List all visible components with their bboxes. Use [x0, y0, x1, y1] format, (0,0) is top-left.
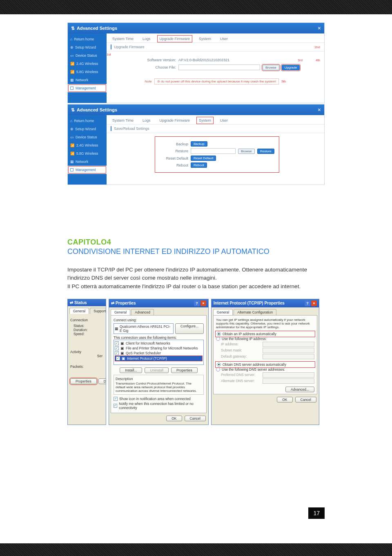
panel-system-header: ⇅ Advanced Settings ×	[68, 105, 324, 115]
radio-icon[interactable]	[217, 363, 221, 367]
panel-system-title-text: Advanced Settings	[77, 107, 117, 112]
choose-file-input[interactable]	[178, 64, 260, 70]
radio-icon[interactable]	[217, 332, 221, 336]
tcpip-icon: ▣	[122, 356, 125, 360]
props-cancel-button[interactable]: Cancel	[185, 416, 206, 421]
sidebar-item-management[interactable]: 🞎Management	[68, 166, 107, 174]
sidebar-item-status[interactable]: ▭Device Status	[68, 51, 107, 60]
restore-input[interactable]	[191, 148, 236, 154]
item-properties-button[interactable]: Properties	[171, 367, 198, 373]
close-icon[interactable]: ×	[200, 300, 206, 306]
notify-checkbox-label: Notify me when this connection has limit…	[119, 402, 204, 410]
sidebar-item-24g[interactable]: 📶2.4G Wireless	[68, 60, 107, 68]
subnet-label: Subnet mask:	[221, 348, 261, 352]
main-upgrade: System Time Logs Upgrade Firmware System…	[107, 33, 324, 103]
browse-button[interactable]: Browse	[263, 65, 279, 70]
sidebar-item-58g[interactable]: 📶5.8G Wireless	[68, 68, 107, 76]
checkbox-icon[interactable]: ✓	[115, 346, 119, 350]
xp-status-title: ⇄Status	[68, 299, 106, 306]
restore-button[interactable]: Restore	[257, 149, 274, 154]
tab-user[interactable]: User	[218, 36, 229, 42]
sidebar-item-58g[interactable]: 📶5.8G Wireless	[68, 149, 107, 158]
close-icon[interactable]: ×	[318, 107, 321, 113]
items-list[interactable]: ✓▣Client for Microsoft Networks ✓▣File a…	[114, 340, 204, 365]
help-icon[interactable]: ?	[194, 300, 200, 306]
xp-props-tab-advanced[interactable]: Advanced	[131, 309, 154, 315]
page-number: 17	[308, 507, 325, 519]
ip-cancel-button[interactable]: Cancel	[295, 397, 316, 403]
description-text: Transmission Control Protocol/Internet P…	[116, 382, 202, 393]
checkbox-icon[interactable]: ✓	[115, 351, 119, 355]
xp-status-tab-general[interactable]: General	[69, 308, 89, 314]
checkbox-icon[interactable]: ✓	[114, 404, 117, 408]
sidebar-item-return[interactable]: ⌂Return home	[68, 117, 107, 125]
annotation-2nd: 2nd	[315, 45, 320, 49]
alt-dns-input	[263, 378, 314, 384]
tab-logs[interactable]: Logs	[141, 36, 152, 42]
radio-icon[interactable]	[216, 337, 220, 341]
annotation-4th: 4th	[316, 58, 320, 62]
alt-dns-label: Alternate DNS server:	[221, 379, 261, 383]
sidebar-item-24g[interactable]: 📶2.4G Wireless	[68, 141, 107, 149]
tab-system-time[interactable]: System Time	[111, 36, 135, 42]
tab-user[interactable]: User	[218, 118, 229, 123]
note-label: Note	[145, 80, 152, 83]
uses-label: This connection uses the following items…	[114, 336, 204, 340]
checkbox-icon[interactable]: ✓	[114, 397, 118, 401]
note-row: Note ⊘ do not power off this device duri…	[111, 78, 320, 85]
description-heading: Description	[116, 377, 202, 381]
client-icon: ▣	[120, 341, 124, 345]
sidebar-item-network[interactable]: ▦Network	[68, 76, 107, 84]
sidebar-system: ⌂Return home ⊕Setup Wizard ▭Device Statu…	[68, 115, 107, 185]
sidebar-item-status[interactable]: ▭Device Status	[68, 133, 107, 141]
install-button[interactable]: Install...	[120, 367, 142, 373]
restore-browse-button[interactable]: Browse	[238, 149, 255, 154]
close-icon[interactable]: ×	[318, 25, 321, 31]
top-dark-band	[0, 0, 392, 14]
xp-status-tab-support[interactable]: Support	[90, 308, 106, 314]
show-icon-checkbox-label: Show icon in notification area when conn…	[119, 397, 191, 401]
tab-system[interactable]: System	[197, 36, 213, 42]
tab-logs[interactable]: Logs	[141, 118, 152, 123]
tab-upgrade-firmware[interactable]: Upgrade Firmware	[158, 36, 192, 42]
xp-properties-title: ⇄Properties ?×	[109, 299, 208, 307]
panel-system: ⇅ Advanced Settings × ⌂Return home ⊕Setu…	[67, 104, 325, 185]
close-icon[interactable]: ×	[311, 300, 317, 306]
configure-button[interactable]: Configure...	[175, 323, 204, 334]
wifi-icon: 📶	[70, 151, 75, 156]
reset-button[interactable]: Reset Default	[191, 156, 216, 161]
xp-props-tab-general[interactable]: General	[111, 309, 130, 315]
tab-system[interactable]: System	[197, 118, 213, 123]
checkbox-icon[interactable]: ✓	[115, 341, 119, 345]
wifi-icon: 📶	[70, 62, 75, 66]
panel-system-title: ⇅ Advanced Settings	[71, 107, 117, 113]
duration-label: Duration:	[74, 328, 103, 332]
sidebar-item-management[interactable]: 🞎Management	[68, 84, 107, 92]
gear-icon: ⊕	[70, 45, 74, 49]
annotation-3rd: 3rd	[298, 58, 303, 62]
ip-address-label: IP address:	[221, 342, 261, 346]
status-properties-button[interactable]: Properties	[70, 378, 97, 384]
sidebar-item-wizard[interactable]: ⊕Setup Wizard	[68, 125, 107, 133]
reboot-button[interactable]: Reboot	[191, 162, 207, 168]
tab-system-time[interactable]: System Time	[111, 118, 135, 123]
checkbox-icon[interactable]: ✓	[116, 356, 120, 360]
gateway-input	[263, 354, 314, 359]
backup-button[interactable]: Backup	[191, 141, 207, 147]
chapter-subtitle: CONDIVISIONE INTERNET ED INDIRIZZO IP AU…	[67, 247, 325, 256]
props-ok-button[interactable]: OK	[166, 416, 182, 421]
xp-ip-tab-general[interactable]: General	[213, 309, 233, 315]
advanced-button[interactable]: Advanced...	[285, 387, 314, 392]
tab-upgrade-firmware[interactable]: Upgrade Firmware	[158, 118, 192, 123]
choose-file-label: Choose File:	[111, 65, 176, 69]
subnet-input	[263, 348, 314, 353]
sidebar-item-network[interactable]: ▦Network	[68, 158, 107, 166]
xp-ip-tab-alt[interactable]: Alternate Configuration	[234, 309, 276, 315]
sidebar-item-wizard[interactable]: ⊕Setup Wizard	[68, 43, 107, 51]
sidebar-item-return[interactable]: ⌂Return home	[68, 35, 107, 43]
help-icon[interactable]: ?	[305, 300, 310, 306]
upgrade-button[interactable]: Upgrade	[282, 65, 300, 70]
status-disable-button[interactable]: Disab	[98, 378, 106, 384]
radio-icon[interactable]	[216, 367, 220, 371]
ip-ok-button[interactable]: OK	[277, 397, 292, 403]
